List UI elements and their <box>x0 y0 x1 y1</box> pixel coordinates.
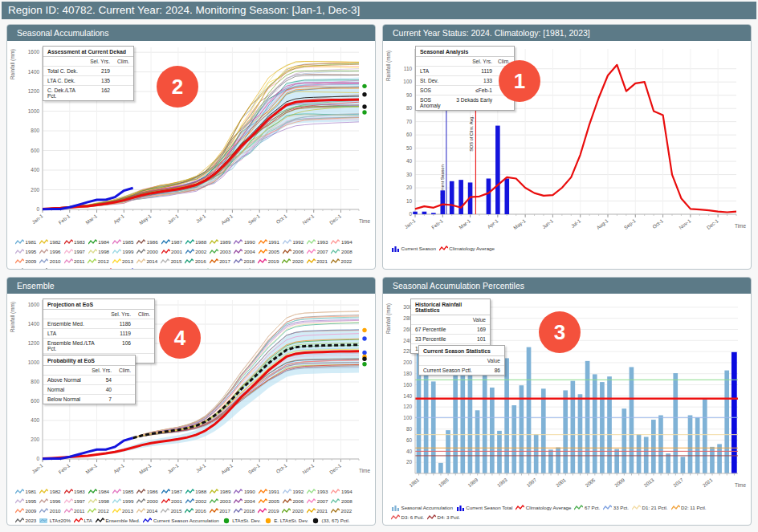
legend-item[interactable]: 2006 <box>283 248 304 256</box>
legend-item[interactable]: Seasonal Accumulation <box>391 504 453 512</box>
legend-item[interactable]: 2015 <box>161 258 181 266</box>
legend-item[interactable]: 1996 <box>39 497 60 506</box>
legend-item[interactable]: D4: 3 Pctl. <box>427 514 460 522</box>
legend-item[interactable]: 2015 <box>161 507 181 515</box>
legend-item[interactable]: Current Season <box>391 245 436 253</box>
legend-item[interactable]: 1992 <box>283 488 304 496</box>
legend-item[interactable]: 2004 <box>234 248 255 256</box>
legend-item[interactable]: 2002 <box>185 497 206 506</box>
legend-item[interactable]: 2019 <box>258 258 279 266</box>
legend-item[interactable]: LTA±20% <box>69 267 100 270</box>
legend-item[interactable]: 2020 <box>282 507 303 515</box>
legend-item[interactable]: D3: 6 Pctl. <box>391 514 424 522</box>
legend-item[interactable]: 33 Pct. <box>603 504 629 512</box>
legend-item[interactable]: 2019 <box>258 507 279 515</box>
legend-item[interactable]: D2: 11 Pctl. <box>671 504 707 512</box>
legend-item[interactable]: 2013 <box>112 258 133 266</box>
legend-item[interactable]: 1981 <box>15 488 36 496</box>
legend-item[interactable]: 1989 <box>210 238 230 246</box>
legend-item[interactable]: 2016 <box>185 507 206 515</box>
legend-item[interactable]: 2003 <box>210 497 230 506</box>
legend-item[interactable]: 2005 <box>259 497 279 506</box>
legend-item[interactable]: Ensemble Med. <box>96 517 141 525</box>
legend-item[interactable]: 2008 <box>331 497 352 506</box>
legend-item[interactable]: D1: 21 Pctl. <box>632 504 667 512</box>
legend-item[interactable]: 1995 <box>15 248 36 256</box>
legend-item[interactable]: 1983 <box>64 488 85 496</box>
legend-item[interactable]: 2008 <box>331 248 352 256</box>
legend-item[interactable]: 2022 <box>331 258 352 266</box>
legend-item[interactable]: LTA±20% <box>39 517 71 525</box>
legend-item[interactable]: (33, 67) Pctl. <box>246 267 284 270</box>
legend-item[interactable]: LTA <box>74 517 92 525</box>
legend-item[interactable]: 1982 <box>39 238 60 246</box>
legend-item[interactable]: 1988 <box>185 238 206 246</box>
legend-item[interactable]: 1986 <box>137 488 157 496</box>
legend-item[interactable]: 2016 <box>185 258 206 266</box>
legend-item[interactable]: 1982 <box>39 488 60 496</box>
legend-item[interactable]: 1999 <box>112 497 133 506</box>
legend-item[interactable]: 2005 <box>259 248 279 256</box>
legend-item[interactable]: 2004 <box>234 497 255 506</box>
legend-item[interactable]: 2012 <box>88 507 108 515</box>
legend-item[interactable]: (33, 67) Pctl. <box>312 517 350 525</box>
legend-item[interactable]: 2017 <box>210 258 230 266</box>
legend-item[interactable]: Current Season Accumulation <box>143 517 218 525</box>
legend-item[interactable]: 2017 <box>210 507 230 515</box>
legend-item[interactable]: 2001 <box>161 248 182 256</box>
legend-item[interactable]: LTA±St. Dev. <box>222 517 261 525</box>
legend-item[interactable]: 2018 <box>234 507 255 515</box>
legend-item[interactable]: 2012 <box>88 258 108 266</box>
legend-item[interactable]: 1987 <box>161 238 182 246</box>
legend-item[interactable]: 1990 <box>234 238 255 246</box>
legend-item[interactable]: 2023 <box>15 517 36 525</box>
legend-item[interactable]: 2021 <box>307 258 328 266</box>
legend-item[interactable]: Current Season Total <box>456 504 513 512</box>
legend-item[interactable]: 2013 <box>112 507 133 515</box>
legend-item[interactable]: 1984 <box>88 238 109 246</box>
legend-item[interactable]: 1989 <box>210 488 230 496</box>
legend-item[interactable]: 1997 <box>64 497 85 506</box>
legend-item[interactable]: 1996 <box>39 248 60 256</box>
legend-item[interactable]: 1993 <box>307 488 328 496</box>
legend-item[interactable]: 1995 <box>15 497 36 506</box>
legend-item[interactable]: 2002 <box>185 248 206 256</box>
legend-item[interactable]: 2010 <box>39 507 60 515</box>
legend-item[interactable]: LTA <box>104 267 122 270</box>
legend-item[interactable]: LTA±St. Dev. <box>204 267 242 270</box>
legend-item[interactable]: 1993 <box>307 238 328 246</box>
legend-item[interactable]: 1988 <box>185 488 206 496</box>
legend-item[interactable]: 2020 <box>282 258 303 266</box>
legend-item[interactable]: 1999 <box>112 248 133 256</box>
legend-item[interactable]: 1985 <box>112 488 133 496</box>
legend-item[interactable]: 2018 <box>234 258 255 266</box>
legend-item[interactable]: 1985 <box>112 238 133 246</box>
legend-item[interactable]: 1994 <box>331 488 352 496</box>
legend-item[interactable]: 2023 <box>15 267 36 270</box>
legend-item[interactable]: 1990 <box>234 488 255 496</box>
legend-item[interactable]: Climatology Average <box>516 504 571 512</box>
legend-item[interactable]: 1984 <box>88 488 109 496</box>
legend-item[interactable]: 2022 <box>331 507 352 515</box>
legend-item[interactable]: 2021 <box>307 507 328 515</box>
legend-item[interactable]: Current Season Accumulation <box>125 267 201 270</box>
legend-item[interactable]: 1987 <box>161 488 182 496</box>
legend-item[interactable]: 1986 <box>137 238 157 246</box>
legend-item[interactable]: 2007 <box>307 497 328 506</box>
legend-item[interactable]: 2014 <box>137 258 157 266</box>
legend-item[interactable]: 1994 <box>331 238 352 246</box>
legend-item[interactable]: 2014 <box>137 507 157 515</box>
legend-item[interactable]: Climatology Average <box>439 245 495 253</box>
legend-item[interactable]: 2001 <box>161 497 182 506</box>
legend-item[interactable]: 1998 <box>88 497 109 506</box>
legend-item[interactable]: 2007 <box>307 248 328 256</box>
legend-item[interactable]: 2000 <box>137 248 157 256</box>
legend-item[interactable]: 1983 <box>64 238 85 246</box>
legend-item[interactable]: Median <box>39 267 66 270</box>
legend-item[interactable]: 1991 <box>259 488 279 496</box>
legend-item[interactable]: 2010 <box>39 258 60 266</box>
legend-item[interactable]: 1981 <box>15 238 36 246</box>
legend-item[interactable]: 2000 <box>137 497 157 506</box>
legend-item[interactable]: 1992 <box>283 238 304 246</box>
legend-item[interactable]: E. LTA±St. Dev. <box>264 517 308 525</box>
